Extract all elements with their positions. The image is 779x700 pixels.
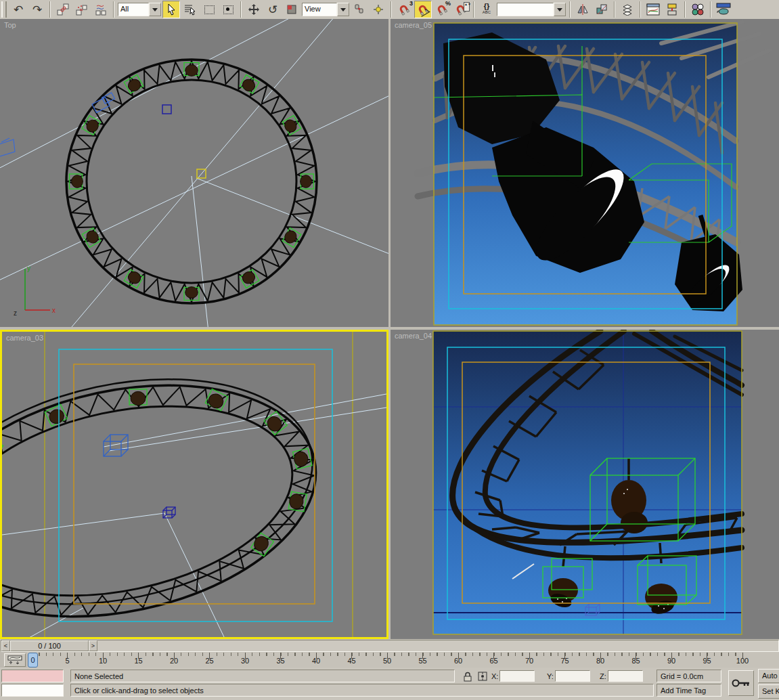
- add-time-tag-button[interactable]: Add Time Tag: [656, 684, 721, 697]
- viewport-label[interactable]: camera_05: [395, 21, 432, 29]
- viewport-camera-04[interactable]: camera_04: [391, 330, 779, 639]
- viewport-label[interactable]: Top: [4, 21, 16, 29]
- absolute-mode-icon[interactable]: [476, 670, 489, 682]
- trackbar-tick-label: 5: [59, 657, 76, 665]
- trackbar-tick-label: 100: [734, 657, 751, 665]
- set-key-button[interactable]: Set K: [758, 684, 779, 699]
- trackbar-tick-label: 50: [378, 657, 396, 665]
- z-label: Z:: [600, 672, 606, 680]
- viewport-camera-03[interactable]: camera_03: [0, 330, 388, 639]
- top-view-canvas: y z x: [0, 19, 388, 327]
- layer-manager-icon[interactable]: [619, 1, 636, 18]
- rectangular-selection-region-icon[interactable]: [200, 1, 218, 18]
- trackbar-tick-label: 55: [414, 657, 432, 665]
- svg-text:z: z: [14, 309, 17, 317]
- bind-to-spacewarp-icon[interactable]: [92, 1, 110, 18]
- select-and-scale-icon[interactable]: [283, 1, 301, 18]
- snap-toggle-3d-icon[interactable]: 3: [395, 1, 413, 18]
- selection-filter-value: All: [118, 3, 149, 16]
- camera03-canvas: [2, 332, 386, 637]
- mirror-icon[interactable]: [574, 1, 592, 18]
- align-icon[interactable]: [593, 1, 610, 18]
- y-label: Y:: [547, 672, 554, 680]
- svg-text:x: x: [52, 307, 55, 314]
- x-label: X:: [491, 672, 498, 680]
- macro-recorder-field[interactable]: [1, 670, 64, 682]
- select-and-link-icon[interactable]: [54, 1, 72, 18]
- trackbar-ruler[interactable]: 0 05101520253035404550556065707580859095…: [27, 652, 779, 668]
- y-coordinate-field[interactable]: [555, 670, 590, 682]
- time-slider-track[interactable]: < 0 / 100 >: [1, 640, 779, 652]
- chevron-down-icon[interactable]: [149, 3, 161, 16]
- trackbar-tick-label: 25: [201, 657, 219, 665]
- z-coordinate-field[interactable]: [608, 670, 643, 682]
- reference-coordinate-value: View: [302, 3, 337, 16]
- toolbar-drag-handle[interactable]: [1, 1, 7, 18]
- track-bar: 0 05101520253035404550556065707580859095…: [0, 652, 779, 668]
- separator: [569, 1, 571, 18]
- render-setup-icon[interactable]: [715, 1, 732, 18]
- select-and-move-icon[interactable]: [245, 1, 263, 18]
- select-object-button[interactable]: [162, 1, 180, 18]
- viewport-label[interactable]: camera_03: [6, 334, 43, 342]
- separator: [684, 1, 686, 18]
- trackbar-tick-label: 70: [520, 657, 538, 665]
- separator: [49, 1, 51, 18]
- curve-editor-icon[interactable]: [644, 1, 662, 18]
- x-coordinate-field[interactable]: [499, 670, 535, 682]
- camera-target-gizmo: [162, 105, 171, 114]
- select-by-name-icon[interactable]: [181, 1, 199, 18]
- trackbar-tick-label: 90: [663, 657, 680, 665]
- time-slider-handle[interactable]: 0 / 100: [10, 640, 89, 651]
- trackbar-tick-label: 75: [556, 657, 574, 665]
- viewport-top[interactable]: y z x Top: [0, 19, 388, 327]
- edit-named-selection-sets-icon[interactable]: {} ABC: [478, 1, 495, 18]
- next-frame-button[interactable]: >: [89, 640, 97, 651]
- separator: [240, 1, 242, 18]
- chevron-down-icon[interactable]: [337, 3, 349, 16]
- svg-text:y: y: [27, 265, 30, 272]
- trackbar-tick-label: 40: [307, 657, 325, 665]
- chevron-down-icon[interactable]: [554, 3, 566, 16]
- select-and-manipulate-icon[interactable]: [370, 1, 387, 18]
- schematic-view-icon[interactable]: [663, 1, 681, 18]
- select-and-rotate-icon[interactable]: ↺: [264, 1, 282, 18]
- spinner-snap-toggle-icon[interactable]: ▲▼: [452, 1, 470, 18]
- viewport-label[interactable]: camera_04: [395, 332, 432, 340]
- viewport-camera-05[interactable]: camera_05: [391, 19, 779, 327]
- trackbar-tick-label: 30: [236, 657, 254, 665]
- separator: [391, 1, 392, 18]
- redo-icon[interactable]: ↷: [28, 1, 46, 18]
- unlink-selection-icon[interactable]: [73, 1, 91, 18]
- camera05-canvas: [391, 19, 779, 327]
- separator: [473, 1, 474, 18]
- previous-frame-button[interactable]: <: [1, 640, 10, 651]
- trackbar-tick-label: 35: [272, 657, 290, 665]
- trackbar-tick-label: 80: [592, 657, 609, 665]
- set-keys-key-icon[interactable]: [728, 670, 754, 696]
- selection-lock-icon[interactable]: [462, 670, 474, 682]
- trackbar-tick-label: 45: [343, 657, 361, 665]
- 3dsmax-window: { "toolbar": { "filter_dropdown": "All",…: [0, 0, 779, 700]
- named-selection-sets-value: [497, 3, 554, 16]
- window-crossing-toggle-icon[interactable]: [219, 1, 237, 18]
- auto-key-button[interactable]: Auto: [758, 669, 779, 683]
- reference-coordinate-dropdown[interactable]: View: [302, 3, 349, 16]
- percent-snap-toggle-icon[interactable]: %: [433, 1, 451, 18]
- trackbar-tick-label: 65: [485, 657, 503, 665]
- current-frame-marker[interactable]: 0: [28, 653, 38, 668]
- use-pivot-point-center-icon[interactable]: [351, 1, 368, 18]
- camera04-canvas: [391, 330, 779, 639]
- selection-filter-dropdown[interactable]: All: [118, 3, 161, 16]
- status-bar: None Selected Click or click-and-drag to…: [0, 668, 779, 700]
- material-editor-icon[interactable]: [689, 1, 707, 18]
- main-toolbar: ↶ ↷ All ↺ View 3: [0, 0, 779, 20]
- maxscript-listener-field[interactable]: [1, 684, 64, 697]
- undo-icon[interactable]: ↶: [9, 1, 27, 18]
- named-selection-sets-dropdown[interactable]: [497, 3, 566, 16]
- angle-snap-toggle-icon[interactable]: [414, 1, 432, 18]
- trackbar-tick-label: 10: [94, 657, 112, 665]
- trackbar-tick-label: 85: [627, 657, 645, 665]
- separator: [113, 1, 114, 18]
- separator: [640, 1, 641, 18]
